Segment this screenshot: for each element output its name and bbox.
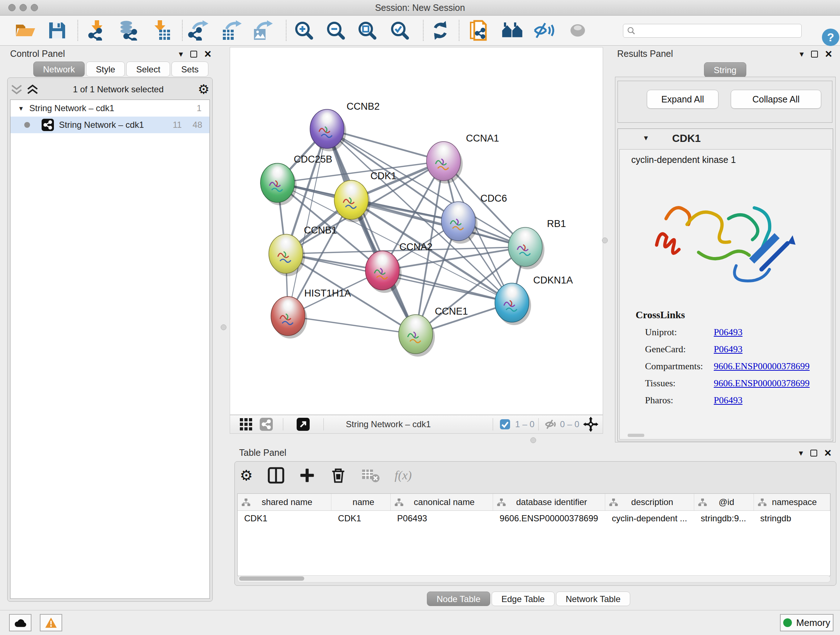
clone-network-icon[interactable] <box>469 19 490 41</box>
network-node[interactable] <box>426 141 463 184</box>
collapse-all-button[interactable]: Collapse All <box>731 90 821 109</box>
tree-expand-icon[interactable]: ▾ <box>11 104 23 112</box>
search-field[interactable] <box>623 24 802 38</box>
crosslink-link[interactable]: 9606.ENSP00000378699 <box>714 361 810 372</box>
table-cell[interactable]: cyclin-dependent ... <box>605 510 694 526</box>
column-header[interactable]: description <box>605 494 694 510</box>
zoom-selected-icon[interactable] <box>390 21 409 40</box>
network-share-view-icon[interactable] <box>260 418 273 431</box>
import-table-icon[interactable] <box>151 20 173 41</box>
search-input[interactable] <box>638 25 798 36</box>
network-node[interactable] <box>261 163 297 205</box>
column-header[interactable]: database identifier <box>493 494 605 510</box>
network-node[interactable] <box>495 283 531 325</box>
expand-all-icon[interactable] <box>27 84 39 95</box>
eye-icon[interactable] <box>568 21 587 40</box>
network-node[interactable] <box>334 180 370 222</box>
table-row[interactable]: CDK1CDK1P064939606.ENSP00000378699cyclin… <box>238 510 830 526</box>
column-header[interactable]: @id <box>694 494 753 510</box>
scrollbar-thumb[interactable] <box>628 434 644 437</box>
hide-unhide-icon[interactable] <box>533 21 554 40</box>
table-cell[interactable]: CDK1 <box>238 510 332 526</box>
table-gear-icon[interactable]: ⚙ <box>240 468 253 483</box>
grid-view-icon[interactable] <box>240 418 252 431</box>
results-panel-float-icon[interactable] <box>811 51 818 57</box>
crosslink-link[interactable]: P06493 <box>714 344 742 355</box>
network-node[interactable] <box>441 202 477 244</box>
network-row[interactable]: String Network – cdk1 11 48 <box>11 117 210 133</box>
horizontal-scrollbar[interactable] <box>237 575 831 583</box>
memory-button[interactable]: Memory <box>780 614 834 631</box>
fit-content-crosshair-icon[interactable] <box>583 417 598 432</box>
network-node[interactable] <box>310 109 346 151</box>
vertical-splitter-handle[interactable] <box>221 325 226 330</box>
crosslink-label: Compartments: <box>645 361 714 372</box>
scrollbar-thumb[interactable] <box>239 576 304 581</box>
control-panel-close-icon[interactable]: × <box>204 49 211 59</box>
table-panel-close-icon[interactable]: × <box>824 448 831 458</box>
table-cell[interactable]: stringdb:9... <box>694 510 754 526</box>
birdseye-view-icon[interactable] <box>297 418 309 431</box>
network-node[interactable] <box>365 251 401 293</box>
crosslink-link[interactable]: P06493 <box>714 327 742 338</box>
zoom-in-icon[interactable] <box>294 21 313 40</box>
delete-column-icon[interactable] <box>330 467 347 484</box>
network-node[interactable] <box>269 234 305 276</box>
table-cell[interactable]: CDK1 <box>332 510 391 526</box>
tab-network-table[interactable]: Network Table <box>556 592 630 606</box>
open-session-icon[interactable] <box>14 21 36 40</box>
tab-network[interactable]: Network <box>33 62 85 77</box>
cloud-button[interactable] <box>9 614 32 631</box>
warning-button[interactable] <box>40 614 62 631</box>
vertical-splitter-handle[interactable] <box>602 238 608 243</box>
tab-style[interactable]: Style <box>86 62 125 77</box>
refresh-layout-icon[interactable] <box>430 20 450 41</box>
control-panel-float-icon[interactable] <box>190 51 197 57</box>
table-cell[interactable]: stringdb <box>754 510 830 526</box>
network-canvas[interactable]: CCNB2CCNA1CDC25BCDK1CDC6RB1CCNB1CCNA2CDK… <box>230 47 603 415</box>
column-header[interactable]: shared name <box>238 494 332 510</box>
network-collection-row[interactable]: ▾ String Network – cdk1 1 <box>11 100 210 117</box>
import-network-file-icon[interactable] <box>87 20 109 41</box>
column-header[interactable]: namespace <box>754 494 830 510</box>
section-collapse-icon[interactable]: ▾ <box>644 133 648 143</box>
tab-edge-table[interactable]: Edge Table <box>492 592 554 606</box>
show-columns-icon[interactable] <box>267 467 285 484</box>
table-panel-float-icon[interactable] <box>810 450 817 456</box>
import-network-database-icon[interactable] <box>118 20 139 41</box>
tab-sets[interactable]: Sets <box>172 62 208 77</box>
help-button[interactable]: ? <box>822 29 839 46</box>
results-panel-menu-icon[interactable]: ▾ <box>799 50 804 58</box>
tab-node-table[interactable]: Node Table <box>427 592 490 606</box>
table-cell[interactable]: 9606.ENSP00000378699 <box>493 510 605 526</box>
expand-all-button[interactable]: Expand All <box>647 90 718 109</box>
network-node[interactable] <box>399 315 435 356</box>
export-image-icon[interactable] <box>252 20 273 41</box>
network-edge[interactable] <box>382 271 512 302</box>
network-node[interactable] <box>508 227 545 269</box>
network-node[interactable] <box>271 296 307 339</box>
collapse-all-icon[interactable] <box>11 84 23 95</box>
zoom-fit-icon[interactable] <box>358 21 377 40</box>
column-header[interactable]: name <box>332 494 390 510</box>
home-icon[interactable] <box>501 22 524 39</box>
table-cell[interactable]: P06493 <box>391 510 493 526</box>
control-panel-tabs: NetworkStyleSelectSets <box>33 62 210 77</box>
selected-checkbox-icon[interactable] <box>500 419 510 429</box>
crosslink-link[interactable]: P06493 <box>714 395 742 406</box>
save-session-icon[interactable] <box>48 21 66 40</box>
column-header[interactable]: canonical name <box>391 494 493 510</box>
gear-icon[interactable]: ⚙ <box>198 83 210 96</box>
export-network-icon[interactable] <box>187 20 209 41</box>
table-panel-menu-icon[interactable]: ▾ <box>799 449 803 457</box>
gene-section-header[interactable]: ▾ CDK1 <box>618 129 833 149</box>
control-panel-menu-icon[interactable]: ▾ <box>179 50 183 58</box>
results-panel-close-icon[interactable]: × <box>825 49 832 59</box>
crosslink-link[interactable]: 9606.ENSP00000378699 <box>714 378 810 389</box>
export-table-icon[interactable] <box>221 20 242 41</box>
tab-select[interactable]: Select <box>126 62 170 77</box>
create-column-icon[interactable] <box>299 467 315 483</box>
tab-string[interactable]: String <box>704 62 746 78</box>
horizontal-splitter-handle[interactable] <box>531 437 536 443</box>
zoom-out-icon[interactable] <box>326 21 345 40</box>
